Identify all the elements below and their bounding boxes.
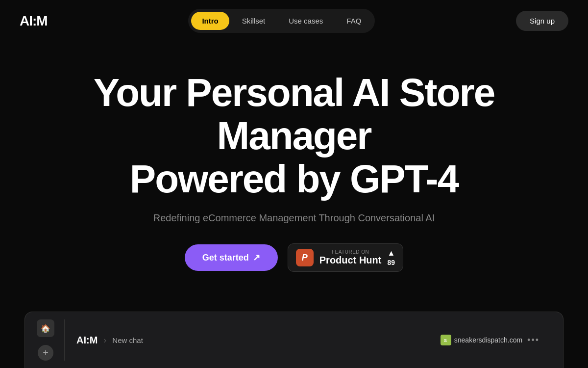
app-sidebar: 🏠 +: [37, 319, 65, 361]
app-main: AI:M › New chat S sneakersdispatch.com •…: [65, 335, 551, 346]
app-chat-label: New chat: [112, 336, 143, 344]
hero-title: Your Personal AI Store Manager Powered b…: [74, 71, 514, 201]
hero-title-line2: Powered by GPT-4: [130, 157, 458, 201]
shopify-icon: S: [441, 335, 451, 345]
shopify-badge: S sneakersdispatch.com: [441, 335, 522, 345]
more-options-icon[interactable]: •••: [527, 335, 539, 345]
nav-item-faq[interactable]: FAQ: [336, 12, 372, 30]
upvote-arrow-icon: ▲: [387, 249, 395, 258]
get-started-button[interactable]: Get started ↗: [185, 244, 278, 271]
arrow-icon: ↗: [253, 252, 260, 263]
nav-menu: Intro Skillset Use cases FAQ: [188, 9, 375, 33]
get-started-label: Get started: [202, 253, 249, 263]
navigation: AI:M Intro Skillset Use cases FAQ Sign u…: [0, 0, 588, 42]
vote-count: 89: [388, 259, 395, 266]
product-hunt-featured-label: FEATURED ON: [319, 249, 382, 255]
product-hunt-logo: P: [296, 249, 314, 266]
hero-section: Your Personal AI Store Manager Powered b…: [0, 42, 588, 291]
sign-up-button[interactable]: Sign up: [516, 11, 568, 31]
nav-item-skillset[interactable]: Skillset: [231, 12, 276, 30]
logo: AI:M: [20, 13, 48, 29]
product-hunt-badge[interactable]: P FEATURED ON Product Hunt ▲ 89: [288, 243, 404, 272]
product-hunt-text: FEATURED ON Product Hunt: [319, 249, 382, 266]
app-preview: 🏠 + AI:M › New chat S sneakersdispatch.c…: [24, 312, 564, 368]
add-button[interactable]: +: [38, 345, 53, 361]
hero-title-line1: Your Personal AI Store Manager: [94, 71, 494, 158]
hero-subtitle: Redefining eCommerce Management Through …: [153, 212, 435, 224]
app-header-left: AI:M › New chat: [76, 335, 143, 346]
home-icon[interactable]: 🏠: [37, 319, 54, 337]
shopify-domain: sneakersdispatch.com: [454, 336, 522, 344]
nav-item-intro[interactable]: Intro: [191, 12, 229, 30]
product-hunt-name: Product Hunt: [319, 255, 382, 266]
app-divider: ›: [103, 335, 106, 345]
nav-item-use-cases[interactable]: Use cases: [278, 12, 334, 30]
logo-text: AI:M: [20, 13, 48, 28]
app-header-right: S sneakersdispatch.com •••: [441, 335, 539, 345]
svg-text:S: S: [444, 338, 447, 343]
app-logo: AI:M: [76, 335, 98, 346]
product-hunt-votes: ▲ 89: [387, 249, 395, 266]
cta-row: Get started ↗ P FEATURED ON Product Hunt…: [185, 243, 404, 272]
